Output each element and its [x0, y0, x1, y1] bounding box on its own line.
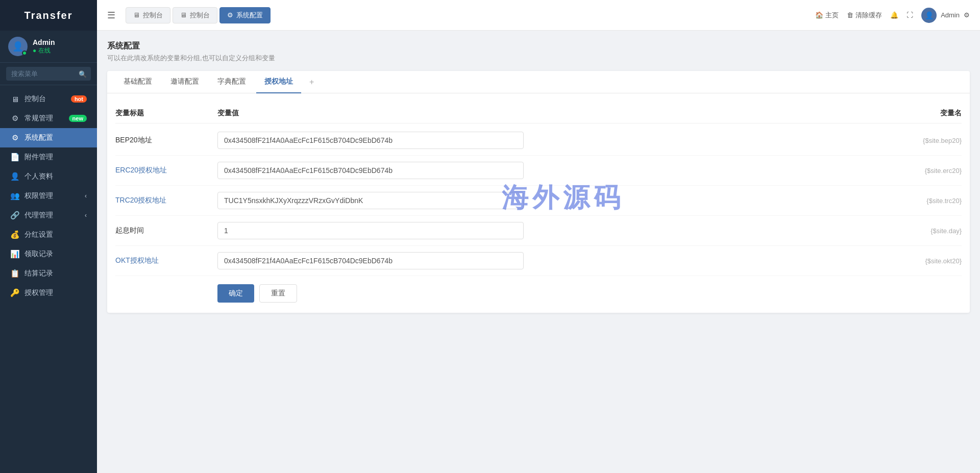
form-actions: 确定 重置	[115, 276, 962, 303]
card-tab-invite[interactable]: 邀请配置	[162, 71, 207, 93]
sidebar-item-settlement[interactable]: 📋 结算记录	[0, 264, 97, 283]
sidebar-item-label: 个人资料	[24, 172, 53, 181]
sidebar-item-permission[interactable]: 👥 权限管理 ‹	[0, 186, 97, 206]
sidebar-item-label: 代理管理	[24, 211, 53, 220]
sidebar-item-dashboard[interactable]: 🖥 控制台 hot	[0, 89, 97, 109]
topbar-right: 🏠 主页 🗑 清除缓存 🔔 ⛶ 👤 Admin ⚙	[815, 8, 970, 23]
row-label-okt20: OKT授权地址	[115, 256, 217, 265]
sidebar-item-agent[interactable]: 🔗 代理管理 ‹	[0, 206, 97, 225]
trc20-link[interactable]: TRC20授权地址	[115, 196, 166, 204]
sysconfig-icon: ⚙	[10, 133, 19, 142]
input-day[interactable]	[217, 222, 524, 239]
topbar-tabs: 🖥 控制台 🖥 控制台 ⚙ 系统配置	[126, 7, 805, 23]
row-value-trc20	[217, 192, 849, 209]
sidebar-search-container: 🔍	[0, 63, 97, 85]
user-status: ● 在线	[33, 46, 55, 55]
row-label-trc20: TRC20授权地址	[115, 196, 217, 205]
tab-dashboard2-label: 控制台	[190, 11, 210, 20]
sidebar-item-label: 分红设置	[24, 230, 53, 239]
card-tab-auth[interactable]: 授权地址	[256, 71, 301, 93]
menu-toggle-icon[interactable]: ☰	[107, 10, 115, 21]
row-name-okt20: {$site.okt20}	[849, 257, 962, 265]
tab-dashboard1-icon: 🖥	[133, 11, 140, 19]
sidebar-item-claim[interactable]: 📊 领取记录	[0, 244, 97, 264]
sidebar-item-label: 授权管理	[24, 288, 53, 297]
table-row: OKT授权地址 {$site.okt20}	[115, 246, 962, 276]
sidebar-item-profile[interactable]: 👤 个人资料	[0, 167, 97, 186]
input-trc20[interactable]	[217, 192, 524, 209]
card-tab-dict[interactable]: 字典配置	[209, 71, 254, 93]
chevron-icon: ‹	[85, 212, 87, 219]
content-area: 系统配置 可以在此填改系统的变量和分组,也可以自定义分组和变量 基础配置 邀请配…	[97, 31, 980, 473]
table-row: BEP20地址 {$site.bep20}	[115, 126, 962, 156]
header-name: 变量名	[849, 109, 962, 118]
brand-title: Transfer	[0, 0, 97, 31]
topbar-tab-dashboard1[interactable]: 🖥 控制台	[126, 7, 170, 23]
attachment-icon: 📄	[10, 153, 19, 162]
row-label-day: 起息时间	[115, 226, 217, 235]
sidebar-item-label: 结算记录	[24, 269, 53, 278]
home-button[interactable]: 🏠 主页	[815, 11, 839, 20]
sidebar-item-auth[interactable]: 🔑 授权管理	[0, 283, 97, 303]
admin-dropdown[interactable]: 👤 Admin ⚙	[921, 8, 970, 23]
hot-badge: hot	[71, 95, 87, 103]
fullscreen-icon: ⛶	[906, 11, 913, 19]
card-tabs: 基础配置 邀请配置 字典配置 授权地址 +	[107, 71, 970, 93]
main-card: 基础配置 邀请配置 字典配置 授权地址 + 海外源码 变量标题 变量值 变量名	[107, 71, 970, 313]
header-label: 变量标题	[115, 109, 217, 118]
row-value-day	[217, 222, 849, 239]
row-value-erc20	[217, 162, 849, 179]
okt20-link[interactable]: OKT授权地址	[115, 256, 159, 264]
icon-button-2[interactable]: ⛶	[906, 11, 913, 19]
topbar-tab-sysconfig[interactable]: ⚙ 系统配置	[219, 7, 271, 23]
permission-icon: 👥	[10, 191, 19, 201]
header-value: 变量值	[217, 109, 849, 118]
input-okt20[interactable]	[217, 252, 524, 269]
table-row: 起息时间 {$site.day}	[115, 216, 962, 246]
row-name-erc20: {$site.erc20}	[849, 167, 962, 175]
input-bep20[interactable]	[217, 132, 524, 149]
home-icon: 🏠	[815, 11, 823, 19]
row-value-okt20	[217, 252, 849, 269]
sidebar-item-label: 控制台	[24, 94, 46, 104]
topbar: ☰ 🖥 控制台 🖥 控制台 ⚙ 系统配置 🏠 主页 🗑 清除缓存	[97, 0, 980, 31]
new-badge: new	[69, 115, 87, 122]
icon-button-1[interactable]: 🔔	[890, 11, 898, 19]
input-erc20[interactable]	[217, 162, 524, 179]
claim-icon: 📊	[10, 250, 19, 259]
clear-cache-label: 清除缓存	[855, 11, 882, 20]
sidebar-item-label: 常规管理	[24, 114, 53, 123]
sidebar-item-general[interactable]: ⚙ 常规管理 new	[0, 109, 97, 128]
settlement-icon: 📋	[10, 269, 19, 278]
row-name-bep20: {$site.bep20}	[849, 137, 962, 144]
topbar-tab-dashboard2[interactable]: 🖥 控制台	[173, 7, 217, 23]
sidebar-item-attachment[interactable]: 📄 附件管理	[0, 147, 97, 167]
home-label: 主页	[825, 11, 839, 20]
card-tab-basic[interactable]: 基础配置	[115, 71, 160, 93]
page-subtitle: 可以在此填改系统的变量和分组,也可以自定义分组和变量	[107, 54, 970, 63]
agent-icon: 🔗	[10, 211, 19, 220]
tab-dashboard2-icon: 🖥	[180, 11, 187, 19]
online-indicator	[22, 51, 27, 56]
sidebar-item-label: 系统配置	[24, 133, 53, 142]
sidebar-nav: 🖥 控制台 hot ⚙ 常规管理 new ⚙ 系统配置 📄 附件管理 👤 个人资…	[0, 85, 97, 473]
search-icon: 🔍	[79, 70, 87, 78]
sidebar-item-label: 领取记录	[24, 250, 53, 259]
reset-button[interactable]: 重置	[259, 284, 297, 303]
auth-icon: 🔑	[10, 288, 19, 297]
confirm-button[interactable]: 确定	[217, 284, 254, 303]
add-tab-button[interactable]: +	[303, 73, 320, 91]
row-value-bep20	[217, 132, 849, 149]
row-name-day: {$site.day}	[849, 227, 962, 235]
sidebar-item-sysconfig[interactable]: ⚙ 系统配置	[0, 128, 97, 147]
tab-sysconfig-label: 系统配置	[236, 11, 263, 20]
page-header: 系统配置 可以在此填改系统的变量和分组,也可以自定义分组和变量	[107, 41, 970, 63]
erc20-link[interactable]: ERC20授权地址	[115, 166, 167, 174]
user-info: Admin ● 在线	[33, 38, 55, 55]
admin-label: Admin	[941, 11, 960, 19]
avatar: 👤	[8, 37, 28, 56]
sidebar-item-dividend[interactable]: 💰 分红设置	[0, 225, 97, 244]
clear-cache-button[interactable]: 🗑 清除缓存	[847, 11, 882, 20]
sidebar: Transfer 👤 Admin ● 在线 🔍 🖥 控制台 hot ⚙ 常规管理…	[0, 0, 97, 473]
main-area: ☰ 🖥 控制台 🖥 控制台 ⚙ 系统配置 🏠 主页 🗑 清除缓存	[97, 0, 980, 473]
